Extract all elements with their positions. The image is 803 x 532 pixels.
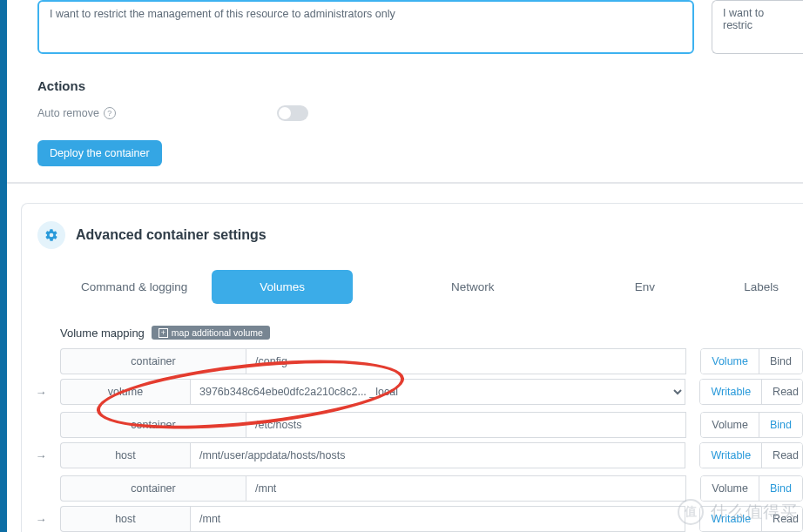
source-label: volume <box>60 379 190 405</box>
deploy-button-label: Deploy the container <box>50 147 150 159</box>
rw-segmented: Writable Read <box>699 379 803 405</box>
seg-bind[interactable]: Bind <box>759 349 802 374</box>
volume-mapping-row: container Volume Bind → host Writable Re… <box>22 412 803 468</box>
tab-volumes[interactable]: Volumes <box>212 270 353 304</box>
seg-volume[interactable]: Volume <box>701 413 759 437</box>
source-input[interactable] <box>190 442 685 468</box>
access-option-text: I want to restric <box>723 7 764 31</box>
seg-readonly[interactable]: Read <box>761 443 802 468</box>
type-segmented: Volume Bind <box>700 348 803 374</box>
container-path-label: container <box>60 475 246 502</box>
arrow-icon: → <box>22 379 60 405</box>
container-path-label: container <box>60 412 246 438</box>
volume-mapping-row: container Volume Bind → volume 3976b348c… <box>22 348 803 405</box>
type-segmented: Volume Bind <box>700 412 803 438</box>
seg-readonly[interactable]: Read <box>761 380 802 404</box>
access-actions-panel: I want to restrict the management of thi… <box>7 0 803 184</box>
rw-segmented: Writable Read <box>699 442 803 468</box>
type-segmented: Volume Bind <box>700 475 803 502</box>
source-label: host <box>60 506 190 532</box>
map-additional-volume-label: map additional volume <box>172 327 263 338</box>
seg-bind[interactable]: Bind <box>759 476 802 501</box>
plus-icon: + <box>159 328 168 338</box>
advanced-settings-panel: Advanced container settings Command & lo… <box>21 203 803 532</box>
auto-remove-label: Auto remove <box>37 107 99 119</box>
access-option-other[interactable]: I want to restric <box>712 0 803 54</box>
access-option-text: I want to restrict the management of thi… <box>50 8 395 20</box>
advanced-settings-title: Advanced container settings <box>76 227 267 243</box>
watermark-badge: 值 <box>678 499 704 525</box>
side-accent-bar <box>0 0 7 532</box>
advanced-tabs: Command & logging Volumes Network Env La… <box>22 270 803 305</box>
seg-volume[interactable]: Volume <box>701 349 759 374</box>
gear-icon <box>37 221 65 249</box>
tab-env[interactable]: Env <box>611 270 679 304</box>
seg-writable[interactable]: Writable <box>700 443 761 468</box>
actions-heading: Actions <box>37 78 803 93</box>
tab-command-logging[interactable]: Command & logging <box>57 270 212 304</box>
container-path-label: container <box>60 348 246 374</box>
deploy-button[interactable]: Deploy the container <box>37 140 162 166</box>
arrow-icon: → <box>22 506 60 532</box>
container-path-input[interactable] <box>246 412 686 438</box>
watermark: 值 什么值得买 <box>678 499 798 525</box>
container-path-input[interactable] <box>246 475 686 502</box>
seg-writable[interactable]: Writable <box>700 380 761 404</box>
tab-labels[interactable]: Labels <box>719 270 803 304</box>
help-icon[interactable]: ? <box>104 107 116 119</box>
seg-volume[interactable]: Volume <box>701 476 759 501</box>
map-additional-volume-button[interactable]: + map additional volume <box>152 326 270 340</box>
source-label: host <box>60 442 190 468</box>
source-input[interactable] <box>190 506 685 532</box>
source-select[interactable]: 3976b348c64ebe0dfc2a210c8c2... _local <box>190 379 685 405</box>
watermark-text: 什么值得买 <box>711 501 798 523</box>
seg-bind[interactable]: Bind <box>759 413 802 437</box>
volume-mapping-heading: Volume mapping <box>60 327 145 340</box>
tab-network[interactable]: Network <box>427 270 519 304</box>
arrow-icon: → <box>22 442 60 468</box>
access-option-admins[interactable]: I want to restrict the management of thi… <box>37 0 694 54</box>
container-path-input[interactable] <box>246 348 686 374</box>
auto-remove-toggle[interactable] <box>277 105 308 121</box>
